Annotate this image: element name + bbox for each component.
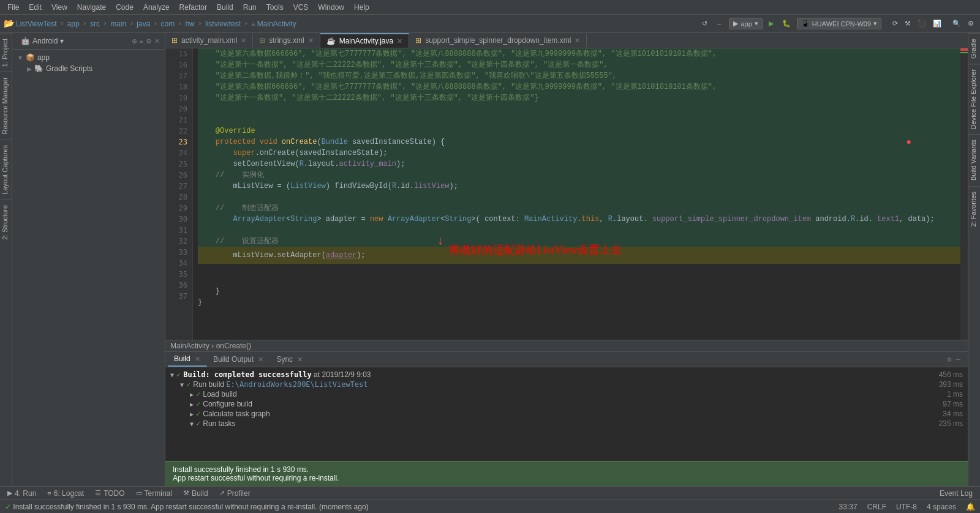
breadcrumb-main[interactable]: main [110, 20, 126, 28]
tree-item-app[interactable]: ▼ 📦 app [12, 52, 165, 63]
toolbar-undo-btn[interactable]: ← [714, 19, 725, 29]
settings-btn2[interactable]: ⚙ [146, 37, 152, 45]
cursor-position[interactable]: 33:37 [839, 503, 858, 511]
build-row-1[interactable]: ▼ ✓ Build: completed successfully at 201… [170, 370, 963, 380]
menu-vcs[interactable]: VCS [288, 2, 314, 13]
code-content[interactable]: "这是第六条数据666666", "这是第七7777777条数据", "这是第八… [193, 48, 960, 340]
build-tab-output[interactable]: Build Output ✕ [207, 353, 270, 366]
breadcrumb-project[interactable]: ListViewTest [16, 20, 56, 28]
run-config-dropdown[interactable]: ▶ app ▾ [729, 18, 762, 29]
resource-manager-label[interactable]: Resource Manager [0, 72, 12, 140]
code-line-27: mListView = (ListView) findViewById(R.id… [198, 181, 960, 192]
line-numbers: 15 16 17 18 19 20 21 22 23 24 25 26 27 2… [165, 48, 193, 340]
stop-btn[interactable]: ⬛ [915, 18, 929, 29]
toolbar-debug-btn[interactable]: 🐛 [780, 18, 793, 29]
locate-btn[interactable]: ⊕ [132, 37, 137, 45]
tab-mainactivity[interactable]: ☕ MainActivity.java ✕ [320, 33, 409, 48]
profiler-tab[interactable]: ↗ Profiler [214, 488, 255, 499]
toolbar-sync-btn[interactable]: ↺ [699, 18, 710, 29]
build-settings-gear[interactable]: ⚙ — [947, 355, 965, 364]
build-row-5[interactable]: ▶ ✓ Calculate task graph 34 ms [170, 409, 963, 419]
expand-row5: ▶ [190, 411, 194, 418]
menu-tools[interactable]: Tools [262, 2, 288, 13]
build-tab-sync[interactable]: Sync ✕ [270, 353, 309, 366]
toolbar-run-btn[interactable]: ▶ [766, 18, 776, 29]
menu-analyze[interactable]: Analyze [138, 2, 175, 13]
build-time-1: 456 ms [939, 370, 963, 379]
menu-build[interactable]: Build [212, 2, 238, 13]
collapse-btn[interactable]: ≡ [140, 37, 143, 45]
tab-close-spinner[interactable]: ✕ [575, 37, 580, 45]
profile-btn[interactable]: 📊 [930, 18, 944, 29]
android-icon: 🤖 [21, 37, 30, 45]
tab-close-mainactivity[interactable]: ✕ [397, 37, 402, 45]
project-panel-label[interactable]: 1: Project [0, 33, 12, 72]
menu-help[interactable]: Help [349, 2, 374, 13]
build-time-detail: at 2019/12/9 9:03 [312, 370, 371, 379]
terminal-tab[interactable]: ▭ Terminal [131, 488, 177, 499]
menu-refactor[interactable]: Refactor [175, 2, 212, 13]
project-icon[interactable]: 📂 [4, 18, 14, 29]
build-tab-build[interactable]: Build ✕ [168, 352, 207, 367]
menu-navigate[interactable]: Navigate [72, 2, 111, 13]
tree-item-gradle[interactable]: ▶ 🐘 Gradle Scripts [12, 63, 165, 74]
menu-bar: File Edit View Navigate Code Analyze Ref… [0, 0, 980, 15]
breadcrumb-text: MainActivity › onCreate() [170, 342, 251, 350]
todo-tab[interactable]: ☰ TODO [90, 488, 129, 499]
run-tab[interactable]: ▶ 4: Run [2, 488, 41, 499]
module-icon: 📦 [26, 53, 35, 62]
tab-activity-main[interactable]: ⊞ activity_main.xml ✕ [165, 34, 253, 47]
tab-spinner[interactable]: ⊞ support_simple_spinner_dropdown_item.x… [409, 34, 587, 47]
favorites-label[interactable]: 2: Favorites [968, 186, 980, 231]
menu-window[interactable]: Window [313, 2, 349, 13]
breadcrumb-com[interactable]: com [161, 20, 175, 28]
device-dropdown[interactable]: 📱 HUAWEI CPN-W09 ▾ [797, 18, 881, 29]
menu-view[interactable]: View [47, 2, 72, 13]
sync-btn[interactable]: ⟳ [890, 18, 900, 29]
device-file-explorer-label[interactable]: Device File Explorer [968, 64, 980, 134]
close-sync-tab[interactable]: ✕ [297, 356, 303, 363]
tab-close-activity-main[interactable]: ✕ [241, 37, 246, 45]
notification-bell[interactable]: 🔔 [966, 503, 975, 511]
todo-icon: ☰ [95, 489, 101, 497]
build-row-4[interactable]: ▶ ✓ Configure build 97 ms [170, 399, 963, 409]
tree-item-gradle-label: Gradle Scripts [46, 64, 92, 73]
menu-file[interactable]: File [2, 2, 24, 13]
tab-strings[interactable]: ⊞ strings.xml ✕ [253, 34, 320, 47]
close-panel-btn[interactable]: ✕ [154, 37, 160, 45]
code-line-19: "这是第十一条数据", "这是第十二22222条数据", "这是第十三条数据",… [198, 92, 960, 103]
breadcrumb-mainactivity[interactable]: MainActivity [257, 20, 296, 28]
search-btn[interactable]: 🔍 [950, 18, 963, 29]
code-line-17: "这是第二条数据,我很帅！", "我也很可爱,这是第三条数据,这是第四条数据",… [198, 70, 960, 81]
breadcrumb-listviewtest[interactable]: listviewtest [205, 20, 241, 28]
breadcrumb-app[interactable]: app [67, 20, 80, 28]
gradle-label[interactable]: Gradle [968, 33, 980, 64]
line-ending[interactable]: CRLF [867, 503, 886, 511]
build-btn[interactable]: ⚒ [902, 18, 913, 29]
settings-btn[interactable]: ⚙ [965, 18, 976, 29]
build-row-6[interactable]: ▼ ✓ Run tasks 235 ms [170, 419, 963, 429]
build-row-3[interactable]: ▶ ✓ Load build 1 ms [170, 389, 963, 399]
build-row-2[interactable]: ▼ ✓ Run build E:\AndroidWorks200E\ListVi… [170, 380, 963, 389]
code-line-28 [198, 192, 960, 203]
build-variants-label[interactable]: Build Variants [968, 134, 980, 185]
close-build-tab[interactable]: ✕ [195, 355, 200, 362]
structure-label[interactable]: 2: Structure [0, 200, 12, 245]
indent[interactable]: 4 spaces [927, 503, 956, 511]
encoding[interactable]: UTF-8 [896, 503, 917, 511]
menu-edit[interactable]: Edit [24, 2, 47, 13]
breadcrumb-hw[interactable]: hw [185, 20, 194, 28]
logcat-tab[interactable]: ≡ 6: Logcat [42, 488, 89, 499]
code-line-24: super.onCreate(savedInstanceState); [198, 148, 960, 159]
build-tab-bottom[interactable]: ⚒ Build [178, 488, 213, 499]
code-line-35 [198, 275, 960, 286]
close-output-tab[interactable]: ✕ [258, 356, 263, 363]
project-view-dropdown[interactable]: 🤖 Android ▾ [17, 36, 67, 47]
event-log-button[interactable]: Event Log [935, 488, 978, 499]
menu-code[interactable]: Code [111, 2, 138, 13]
tab-close-strings[interactable]: ✕ [308, 37, 314, 45]
breadcrumb-src[interactable]: src [90, 20, 100, 28]
menu-run[interactable]: Run [238, 2, 262, 13]
layout-captures-label[interactable]: Layout Captures [0, 140, 12, 200]
breadcrumb-java[interactable]: java [137, 20, 150, 28]
